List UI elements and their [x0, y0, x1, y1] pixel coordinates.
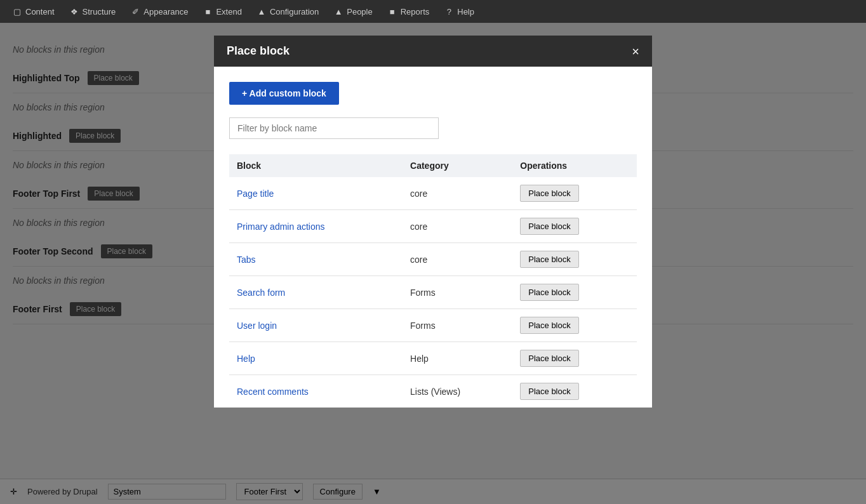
nav-extend[interactable]: ■ Extend: [196, 0, 249, 23]
block-category-cell: Help: [403, 342, 512, 375]
people-icon: ▲: [334, 7, 343, 16]
block-name-link[interactable]: Recent comments: [237, 387, 309, 397]
block-name-link[interactable]: Primary admin actions: [237, 222, 325, 232]
block-category-cell: core: [403, 243, 512, 276]
block-category-cell: Forms: [403, 309, 512, 342]
nav-help[interactable]: ? Help: [437, 0, 482, 23]
extend-icon: ■: [203, 7, 212, 16]
appearance-icon: ✐: [131, 7, 140, 16]
modal-close-button[interactable]: ×: [632, 45, 639, 58]
place-block-modal: Place block × + Add custom block Block C…: [214, 36, 652, 408]
block-name-cell: Page title: [229, 177, 403, 210]
nav-appearance[interactable]: ✐ Appearance: [123, 0, 196, 23]
add-custom-block-button[interactable]: + Add custom block: [229, 82, 339, 105]
place-block-button-page-title[interactable]: Place block: [520, 185, 578, 202]
block-operations-cell: Place block: [512, 276, 637, 309]
place-block-button-primary-admin[interactable]: Place block: [520, 218, 578, 235]
block-operations-cell: Place block: [512, 309, 637, 342]
top-nav: ▢ Content ❖ Structure ✐ Appearance ■ Ext…: [0, 0, 866, 23]
col-category: Category: [403, 154, 512, 177]
block-name-cell: Search form: [229, 276, 403, 309]
table-row: Recent commentsLists (Views)Place block: [229, 375, 637, 408]
structure-icon: ❖: [70, 7, 79, 16]
modal-header: Place block ×: [214, 36, 652, 67]
nav-content[interactable]: ▢ Content: [5, 0, 62, 23]
block-category-cell: Forms: [403, 276, 512, 309]
block-operations-cell: Place block: [512, 375, 637, 408]
reports-icon: ■: [388, 7, 397, 16]
block-name-cell: User login: [229, 309, 403, 342]
place-block-button-recent-comments[interactable]: Place block: [520, 383, 578, 400]
filter-input[interactable]: [229, 117, 439, 139]
block-category-cell: core: [403, 177, 512, 210]
help-icon: ?: [444, 7, 453, 16]
table-row: Search formFormsPlace block: [229, 276, 637, 309]
place-block-button-user-login[interactable]: Place block: [520, 317, 578, 334]
block-name-link[interactable]: Tabs: [237, 255, 256, 265]
col-operations: Operations: [512, 154, 637, 177]
block-name-cell: Tabs: [229, 243, 403, 276]
place-block-button-tabs[interactable]: Place block: [520, 251, 578, 268]
table-row: Page titlecorePlace block: [229, 177, 637, 210]
block-operations-cell: Place block: [512, 177, 637, 210]
modal-overlay: Place block × + Add custom block Block C…: [0, 23, 866, 504]
block-operations-cell: Place block: [512, 342, 637, 375]
block-operations-cell: Place block: [512, 210, 637, 243]
block-operations-cell: Place block: [512, 243, 637, 276]
table-row: HelpHelpPlace block: [229, 342, 637, 375]
config-icon: ▲: [257, 7, 266, 16]
block-table: Block Category Operations Page titlecore…: [229, 154, 637, 408]
col-block: Block: [229, 154, 403, 177]
place-block-button-search-form[interactable]: Place block: [520, 284, 578, 301]
nav-reports[interactable]: ■ Reports: [380, 0, 437, 23]
block-category-cell: core: [403, 210, 512, 243]
nav-structure[interactable]: ❖ Structure: [62, 0, 124, 23]
block-name-link[interactable]: User login: [237, 321, 277, 331]
table-row: User loginFormsPlace block: [229, 309, 637, 342]
block-name-cell: Primary admin actions: [229, 210, 403, 243]
place-block-button-help[interactable]: Place block: [520, 350, 578, 367]
nav-configuration[interactable]: ▲ Configuration: [250, 0, 326, 23]
table-row: TabscorePlace block: [229, 243, 637, 276]
nav-people[interactable]: ▲ People: [326, 0, 380, 23]
block-name-link[interactable]: Page title: [237, 189, 274, 199]
block-name-link[interactable]: Search form: [237, 288, 285, 298]
modal-title: Place block: [227, 44, 290, 58]
table-row: Primary admin actionscorePlace block: [229, 210, 637, 243]
content-icon: ▢: [13, 7, 22, 16]
block-category-cell: Lists (Views): [403, 375, 512, 408]
modal-body: + Add custom block Block Category Operat…: [214, 67, 652, 408]
block-name-cell: Recent comments: [229, 375, 403, 408]
table-header-row: Block Category Operations: [229, 154, 637, 177]
block-name-cell: Help: [229, 342, 403, 375]
block-name-link[interactable]: Help: [237, 354, 255, 364]
